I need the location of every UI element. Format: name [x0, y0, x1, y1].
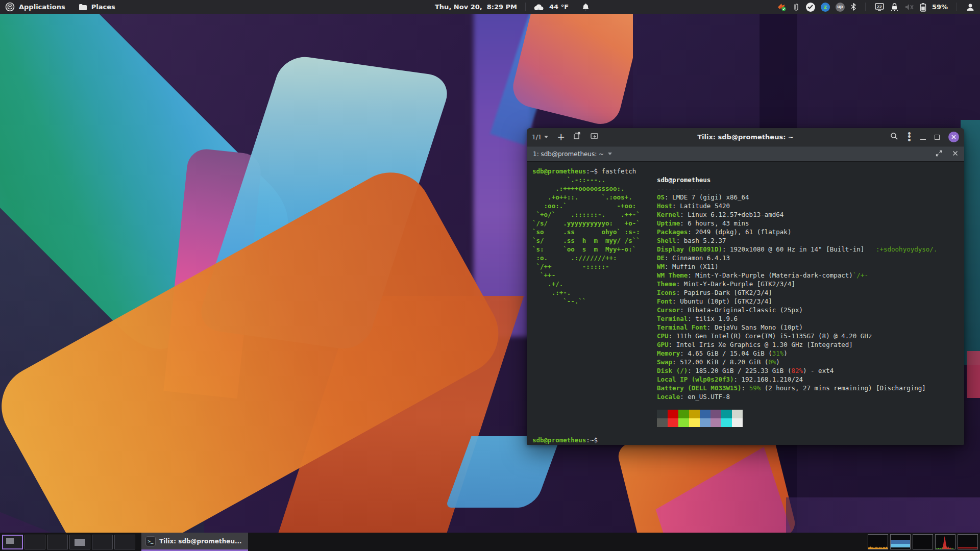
chevron-down-icon — [608, 153, 612, 155]
clock-applet[interactable]: Thu, Nov 20, 8:29 PM — [435, 3, 517, 11]
blank-line — [657, 401, 937, 410]
palette-swatch — [710, 410, 721, 418]
bottom-panel: >_ Tilix: sdb@prometheu... — [0, 533, 980, 551]
palette-swatch — [657, 418, 668, 427]
palette-swatch — [721, 410, 732, 418]
tab-session-1[interactable]: 1: sdb@prometheus: ~ — [533, 151, 612, 158]
blank-line — [532, 427, 960, 436]
palette-swatch — [657, 410, 668, 418]
places-menu[interactable]: Places — [79, 3, 115, 11]
network-graph[interactable] — [935, 534, 955, 549]
workspace-4[interactable] — [69, 535, 90, 549]
workspace-1[interactable] — [2, 535, 23, 549]
weather-temp[interactable]: 44 °F — [549, 3, 569, 11]
tilix-window: 1/1 + Tilix: sdb@prometheus: ~ ••• — [527, 128, 964, 445]
prompt-user: sdb@prometheus — [532, 167, 586, 175]
fastfetch-info-line: GPU: Intel Iris Xe Graphics @ 1.30 GHz [… — [657, 340, 937, 349]
battery-icon[interactable] — [920, 3, 926, 12]
minimize-button[interactable] — [920, 139, 926, 140]
new-session-button[interactable]: + — [557, 132, 565, 142]
fastfetch-info-line: Packages: 2049 (dpkg), 61 (flatpak) — [657, 228, 937, 236]
palette-swatch — [710, 418, 721, 427]
palette-swatch — [700, 410, 710, 418]
palette-swatch — [668, 410, 678, 418]
new-terminal-right-icon[interactable] — [574, 132, 581, 142]
titlebar[interactable]: 1/1 + Tilix: sdb@prometheus: ~ ••• — [527, 128, 964, 146]
palette-swatch — [678, 418, 689, 427]
fastfetch-info-line: Terminal Font: DejaVu Sans Mono (10pt) — [657, 323, 937, 332]
top-panel: Applications Places Thu, Nov 20, 8:29 PM… — [0, 0, 980, 14]
fastfetch-info-line: Swap: 512.00 KiB / 8.20 GiB (0%) — [657, 358, 937, 366]
weather-cloud-icon[interactable] — [534, 4, 544, 11]
prompt-user: sdb@prometheus — [532, 436, 586, 444]
fastfetch-info-line: Shell: bash 5.2.37 — [657, 236, 937, 245]
palette-swatch — [689, 410, 700, 418]
prompt-path: :~$ — [586, 436, 601, 444]
mint-menu-icon — [5, 2, 15, 12]
chevron-down-icon — [544, 136, 548, 138]
menu-kebab-icon[interactable]: ••• — [907, 132, 912, 142]
fastfetch-info-line: Terminal: tilix 1.9.6 — [657, 314, 937, 323]
cpu-graph[interactable] — [868, 534, 888, 549]
fastfetch-info-line: Disk (/): 185.20 GiB / 225.33 GiB (82%) … — [657, 366, 937, 375]
new-terminal-down-icon[interactable] — [590, 132, 599, 142]
palette-swatch — [700, 418, 710, 427]
disk-graph[interactable] — [958, 534, 978, 549]
close-button[interactable] — [948, 132, 959, 142]
fastfetch-info-line: CPU: 11th Gen Intel(R) Core(TM) i5-1135G… — [657, 332, 937, 340]
maximize-terminal-icon[interactable] — [936, 150, 942, 158]
notification-bell-icon[interactable] — [582, 3, 590, 11]
bluetooth-icon[interactable] — [850, 3, 856, 11]
terminal-color-palette-row — [657, 418, 937, 427]
system-monitor-applets — [868, 534, 978, 549]
panel-separator — [957, 3, 957, 11]
workspace-5[interactable] — [92, 535, 113, 549]
check-circle-icon[interactable] — [806, 3, 815, 12]
workspace-2[interactable] — [24, 535, 45, 549]
fastfetch-info-line: Kernel: Linux 6.12.57+deb13-amd64 — [657, 210, 937, 219]
update-shield-icon[interactable] — [777, 2, 787, 12]
terminal-screen[interactable]: sdb@prometheus:~$ fastfetch `.-::---.. .… — [527, 162, 964, 445]
terminal-color-palette-row — [657, 410, 937, 418]
display-sleep-icon[interactable]: ZZ — [874, 3, 885, 12]
swap-graph[interactable] — [913, 534, 933, 549]
folder-icon — [79, 4, 87, 11]
up-app-icon[interactable]: up — [836, 3, 845, 12]
fastfetch-info-line: DE: Cinnamon 6.4.13 — [657, 254, 937, 262]
workspace-3[interactable] — [47, 535, 68, 549]
ascii-logo: `.-::---.. .:++++ooooosssoo:. .+o++::. `… — [532, 176, 657, 306]
battery-percent[interactable]: 59% — [932, 3, 948, 11]
fastfetch-info-line: Locale: en_US.UTF-8 — [657, 392, 937, 401]
fastfetch-info-line: Font: Ubuntu (10pt) [GTK2/3/4] — [657, 297, 937, 306]
fastfetch-info-line: WM: Muffin (X11) — [657, 262, 937, 271]
search-icon[interactable] — [890, 132, 898, 142]
workspace-switcher — [2, 535, 135, 549]
workspace-6[interactable] — [114, 535, 135, 549]
volume-muted-icon[interactable] — [904, 3, 914, 11]
user-icon[interactable] — [966, 3, 975, 12]
session-count-label: 1/1 — [532, 134, 542, 141]
wallpaper-shape — [967, 351, 980, 398]
panel-separator — [525, 3, 526, 11]
fastfetch-info-line: -------------- — [657, 184, 937, 193]
tab-label: 1: sdb@prometheus: ~ — [533, 151, 604, 158]
workspace-window-thumb — [75, 539, 85, 546]
z-app-icon[interactable]: z — [821, 3, 830, 12]
lock-icon[interactable] — [890, 3, 899, 12]
session-selector[interactable]: 1/1 — [532, 134, 548, 141]
session-tab-bar: 1: sdb@prometheus: ~ — [527, 146, 964, 162]
fastfetch-info-line: Theme: Mint-Y-Dark-Purple [GTK2/3/4] — [657, 280, 937, 288]
fastfetch-info: sdb@prometheus--------------OS: LMDE 7 (… — [657, 176, 937, 427]
window-list-label: Tilix: sdb@prometheu... — [159, 538, 242, 545]
window-list-button[interactable]: >_ Tilix: sdb@prometheu... — [141, 533, 248, 551]
fastfetch-info-line: Memory: 4.65 GiB / 15.04 GiB (31%) — [657, 349, 937, 358]
maximize-button[interactable] — [935, 135, 940, 140]
command-line: sdb@prometheus:~$ fastfetch — [532, 167, 960, 176]
close-terminal-icon[interactable] — [952, 151, 958, 158]
applications-menu[interactable]: Applications — [5, 2, 65, 12]
fastfetch-info-line: Battery (DELL M033W15): 59% (2 hours, 27… — [657, 384, 937, 392]
panel-separator — [865, 3, 866, 11]
shell-prompt: sdb@prometheus:~$ — [532, 436, 960, 444]
paperclip-icon[interactable] — [792, 3, 800, 12]
memory-graph[interactable] — [890, 534, 911, 549]
